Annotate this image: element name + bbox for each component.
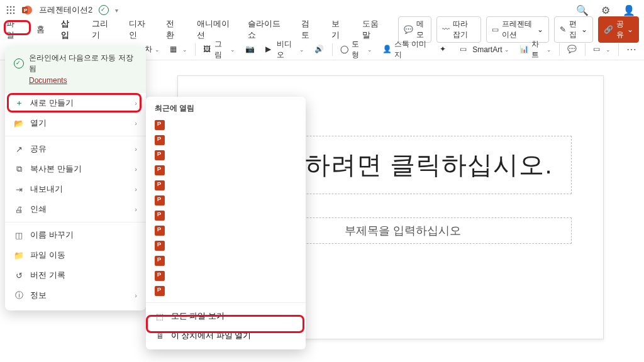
- presentation-icon: [155, 271, 165, 281]
- share-button[interactable]: 🔗 공유 ⌄: [598, 16, 639, 43]
- title-chevron-icon[interactable]: ▾: [115, 7, 118, 14]
- presentation-icon: [155, 135, 165, 145]
- sync-icon: [14, 58, 24, 69]
- toolbar-icons-icon[interactable]: ✦: [437, 45, 452, 55]
- recent-file[interactable]: [146, 163, 306, 178]
- recent-file[interactable]: [146, 208, 306, 223]
- menu-info[interactable]: ⓘ정보›: [5, 285, 146, 305]
- svg-point-1: [10, 6, 12, 8]
- presentation-icon: [155, 195, 165, 206]
- svg-point-5: [13, 9, 15, 11]
- toolbar-shapes[interactable]: ◯도형⌄: [338, 39, 375, 60]
- menu-open[interactable]: 📂열기›: [5, 113, 146, 133]
- recent-file[interactable]: [146, 133, 306, 148]
- toolbar-video[interactable]: ▶비디오⌄: [263, 39, 307, 60]
- menu-rename[interactable]: ◫이름 바꾸기: [5, 225, 146, 245]
- menu-export[interactable]: ⇥내보내기›: [5, 179, 146, 199]
- presentation-icon: [155, 150, 165, 160]
- toolbar-picture[interactable]: 🖼그림⌄: [201, 39, 238, 60]
- recent-file[interactable]: [146, 223, 306, 238]
- tab-insert[interactable]: 삽입: [60, 16, 76, 43]
- tab-design[interactable]: 디자인: [128, 16, 151, 43]
- svg-point-3: [7, 9, 9, 11]
- menu-copy[interactable]: ⧉복사본 만들기›: [5, 159, 146, 179]
- presentation-icon: [155, 286, 165, 296]
- search-icon[interactable]: 🔍: [576, 4, 589, 16]
- settings-icon[interactable]: ⚙: [601, 4, 610, 16]
- presentation-icon: [155, 256, 165, 266]
- menu-history[interactable]: ↺버전 기록: [5, 265, 146, 285]
- cube-icon: ⬚: [155, 312, 165, 321]
- menu-move[interactable]: 📁파일 이동: [5, 245, 146, 265]
- svg-point-7: [10, 13, 12, 14]
- toolbar-smartart[interactable]: ▭SmartArt⌄: [457, 45, 512, 55]
- svg-point-0: [7, 6, 9, 8]
- toolbar-chart[interactable]: 📊차트⌄: [517, 39, 554, 60]
- recent-file[interactable]: [146, 283, 306, 299]
- svg-point-2: [13, 6, 15, 8]
- tab-file[interactable]: 파일: [5, 16, 21, 43]
- svg-point-6: [7, 13, 9, 14]
- presentation-icon: [155, 211, 165, 221]
- toolbar-camera-icon[interactable]: 📷: [243, 45, 258, 55]
- account-icon[interactable]: 👤: [623, 4, 635, 16]
- app-launcher-icon[interactable]: [6, 6, 15, 14]
- open-submenu-panel: 최근에 열림 ⬚모든 파일 보기 🖥이 장치에서 파일 열기: [146, 97, 306, 349]
- menu-share[interactable]: ↗공유›: [5, 139, 146, 159]
- autosave-banner: 온라인에서 다음으로 자동 저장됨 Documents: [5, 47, 146, 93]
- toolbar-table[interactable]: ▦⌄: [167, 45, 190, 55]
- presentation-icon: [155, 180, 165, 190]
- svg-text:P: P: [24, 8, 28, 13]
- recent-file[interactable]: [146, 178, 306, 193]
- device-icon: 🖥: [155, 332, 165, 341]
- open-from-device[interactable]: 🖥이 장치에서 파일 열기: [146, 326, 306, 346]
- documents-link[interactable]: Documents: [29, 76, 67, 85]
- recent-file[interactable]: [146, 193, 306, 208]
- recent-file[interactable]: [146, 238, 306, 253]
- edit-button[interactable]: ✎ 편집 ⌄: [554, 16, 592, 43]
- recent-file[interactable]: [146, 148, 306, 163]
- recent-file[interactable]: [146, 268, 306, 283]
- toolbar-overflow[interactable]: ⋯: [624, 43, 639, 55]
- recent-file[interactable]: [146, 118, 306, 133]
- toolbar-audio-icon[interactable]: 🔊: [312, 45, 327, 55]
- file-menu-panel: 온라인에서 다음으로 자동 저장됨 Documents ＋새로 만들기› 📂열기…: [5, 47, 146, 310]
- follow-button[interactable]: 〰 따라잡기: [436, 16, 480, 43]
- presentation-icon: [155, 165, 165, 175]
- presentation-icon: [155, 120, 165, 130]
- recent-header: 최근에 열림: [146, 103, 306, 118]
- svg-point-8: [13, 13, 15, 14]
- toolbar-textbox-icon[interactable]: ▭⌄: [591, 45, 613, 55]
- powerpoint-icon: P: [21, 4, 33, 16]
- toolbar-stock[interactable]: 👤스톡 이미지: [380, 39, 433, 60]
- presentation-icon: [155, 226, 165, 236]
- presentation-icon: [155, 241, 165, 251]
- tab-draw[interactable]: 그리기: [91, 16, 114, 43]
- document-title[interactable]: 프레젠테이션2: [39, 4, 92, 16]
- view-all-files[interactable]: ⬚모든 파일 보기: [146, 307, 306, 326]
- recent-file[interactable]: [146, 253, 306, 268]
- tab-home[interactable]: 홈: [35, 21, 46, 38]
- sync-status-icon: [99, 5, 109, 15]
- tab-transitions[interactable]: 전환: [165, 16, 181, 43]
- svg-point-4: [10, 9, 12, 11]
- menu-new[interactable]: ＋새로 만들기›: [5, 93, 146, 113]
- toolbar-comment-icon[interactable]: 💬: [565, 45, 580, 55]
- menu-print[interactable]: 🖨인쇄›: [5, 199, 146, 219]
